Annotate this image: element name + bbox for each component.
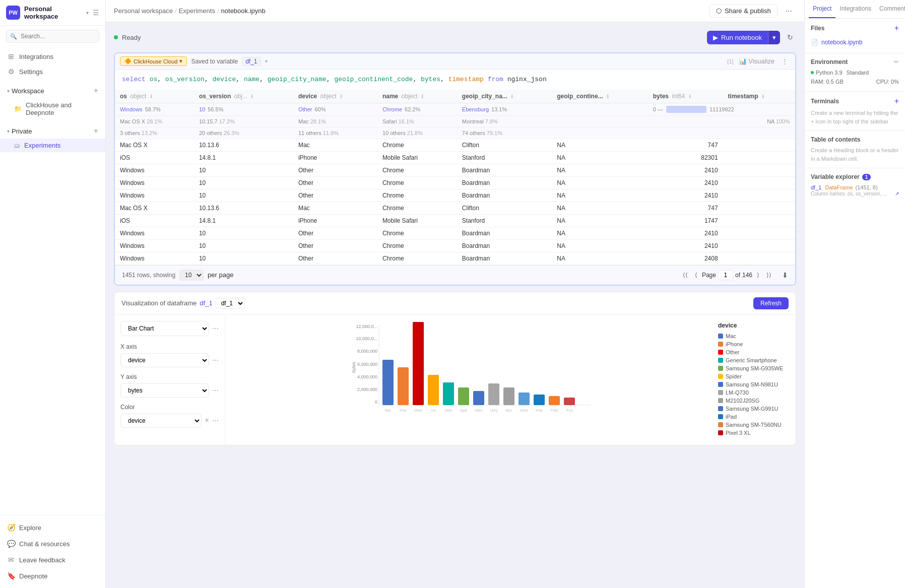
private-add-button[interactable]: + <box>94 126 98 136</box>
cell-timestamp <box>723 164 795 176</box>
tab-comments[interactable]: Comments <box>875 0 905 18</box>
chart-legend: device Mac iPhone Other Generic Smartpho… <box>718 322 789 438</box>
cell-continent: NA <box>552 189 648 202</box>
color-clear-button[interactable]: ✕ <box>205 417 209 424</box>
cell-os-version: 10 <box>194 189 293 202</box>
sidebar-menu-icon[interactable]: ☰ <box>93 9 99 17</box>
status-text: Ready <box>122 34 141 41</box>
share-publish-button[interactable]: ⬡ Share & publish <box>709 4 778 18</box>
run-options-button[interactable]: ▾ <box>768 31 780 44</box>
cell-source-badge: 🔶 ClickHouse Cloud ▾ <box>120 56 187 66</box>
cell-device: Mac <box>293 139 377 151</box>
svg-text:Px3: Px3 <box>566 409 572 412</box>
file-item-notebook[interactable]: 📄 notebook.ipynb <box>811 37 899 48</box>
first-page-button[interactable]: ⟨⟨ <box>680 271 690 280</box>
breadcrumb-personal-workspace[interactable]: Personal workspace <box>114 7 173 15</box>
sidebar-item-settings[interactable]: ⚙ Settings <box>0 64 105 79</box>
chat-icon: 💬 <box>7 540 15 548</box>
col-name-filter[interactable]: ⬇ <box>419 94 425 99</box>
sidebar-item-feedback[interactable]: ✉ Leave feedback <box>0 552 105 568</box>
settings-icon: ⚙ <box>7 68 15 76</box>
sidebar-item-deepnote[interactable]: 🔖 Deepnote <box>0 568 105 584</box>
workspace-chevron-icon[interactable]: ▾ <box>86 10 89 16</box>
legend-color-dot <box>718 406 723 411</box>
search-input[interactable] <box>6 30 99 43</box>
legend-item: Spider <box>718 373 789 379</box>
right-panel-tabs: Project Integrations Comments History <box>805 0 905 19</box>
workspace-label: Workspace <box>12 87 44 95</box>
files-add-button[interactable]: + <box>894 24 899 33</box>
sidebar-item-explore[interactable]: 🧭 Explore <box>0 519 105 536</box>
chart-type-dropdown[interactable]: Bar Chart Line Chart Scatter <box>120 321 209 336</box>
visualize-button[interactable]: 📊 Visualize <box>737 56 777 66</box>
download-button[interactable]: ⬇ <box>782 271 788 279</box>
cell-more-button[interactable]: ⋮ <box>780 56 790 66</box>
sidebar-search-area: 🔍 <box>0 26 105 47</box>
cell-bytes: 747 <box>648 139 723 151</box>
cell-city: Boardman <box>457 189 552 202</box>
col-city-filter[interactable]: ⬇ <box>509 94 515 99</box>
environment-section: Environment ✏ Python 3.9 Standard RAM: 0… <box>805 53 905 92</box>
col-continent-filter[interactable]: ⬇ <box>605 94 611 99</box>
table-row: Windows 10 Other Chrome Boardman NA 2410 <box>115 227 795 239</box>
legend-color-dot <box>718 390 723 395</box>
cell-city: Clifton <box>457 202 552 214</box>
var-chevron-icon: ▾ <box>265 58 268 64</box>
workspace-section-header[interactable]: ▾ Workspace + <box>0 83 105 98</box>
more-options-button[interactable]: ··· <box>782 5 796 18</box>
cell-bytes: 747 <box>648 202 723 214</box>
share-publish-label: Share & publish <box>725 7 771 15</box>
color-label: Color <box>120 404 219 411</box>
x-axis-options-button[interactable]: ⋯ <box>212 356 219 364</box>
results-table: os object ⬇ os_version obj... ⬇ device o… <box>115 90 795 265</box>
workspace-add-button[interactable]: + <box>94 86 98 95</box>
legend-item: Generic Smartphone <box>718 357 789 363</box>
prev-page-button[interactable]: ⟨ <box>692 271 700 280</box>
cell-bytes: 2408 <box>648 252 723 265</box>
page-input[interactable] <box>718 270 733 280</box>
variable-count-badge: 1 <box>862 174 871 180</box>
y-axis-options-button[interactable]: ⋯ <box>212 386 219 394</box>
next-page-button[interactable]: ⟩ <box>754 271 762 280</box>
svg-text:8,000,000: 8,000,000 <box>357 349 377 354</box>
breadcrumb-experiments[interactable]: Experiments <box>179 7 215 15</box>
cell-device: Other <box>293 176 377 189</box>
x-axis-dropdown[interactable]: device os bytes <box>120 353 209 367</box>
private-section-header[interactable]: ▾ Private + <box>0 123 105 139</box>
stat-row-3: 3 others 13.2% 20 others 26.3% 11 others… <box>115 127 795 139</box>
sidebar-item-clickhouse[interactable]: 📁 ClickHouse and Deepnote <box>0 98 105 119</box>
env-standard-label: Standard <box>847 70 869 76</box>
color-options-button[interactable]: ⋯ <box>212 417 219 424</box>
col-os-version-filter[interactable]: ⬇ <box>249 94 255 99</box>
environment-edit-button[interactable]: ✏ <box>894 58 899 66</box>
col-ts-filter[interactable]: ⬇ <box>760 94 766 99</box>
cell-query[interactable]: select os, os_version, device, name, geo… <box>115 70 795 90</box>
sidebar-item-integrations[interactable]: ⊞ Integrations <box>0 49 105 64</box>
color-dropdown[interactable]: device <box>120 414 202 428</box>
viz-var-select[interactable]: df_1 <box>216 298 245 309</box>
tab-integrations[interactable]: Integrations <box>835 0 875 18</box>
var-expand-button[interactable]: ↗ <box>895 191 899 197</box>
status-actions: ▶ Run notebook ▾ ↻ <box>707 30 796 44</box>
svg-text:12,000,0...: 12,000,0... <box>356 324 377 329</box>
run-notebook-button[interactable]: ▶ Run notebook <box>707 31 768 44</box>
chart-options-button[interactable]: ⋯ <box>212 324 219 332</box>
per-page-select[interactable]: 10 25 50 <box>179 270 204 281</box>
col-bytes-filter[interactable]: ⬇ <box>687 94 693 99</box>
viz-refresh-button[interactable]: Refresh <box>753 297 789 309</box>
svg-text:iPad: iPad <box>536 409 543 412</box>
sidebar-item-experiments[interactable]: 🗂 Experiments <box>0 139 105 152</box>
saved-variable-label: Saved to variable <box>191 58 238 65</box>
workspace-section: ▾ Workspace + 📁 ClickHouse and Deepnote <box>0 81 105 121</box>
col-os-filter[interactable]: ⬇ <box>148 94 154 99</box>
tab-project[interactable]: Project <box>809 0 835 18</box>
y-axis-dropdown[interactable]: bytes device os <box>120 383 209 398</box>
feedback-icon: ✉ <box>7 556 15 564</box>
last-page-button[interactable]: ⟩⟩ <box>764 271 774 280</box>
sidebar-item-chat[interactable]: 💬 Chat & resources <box>0 536 105 552</box>
viz-body: Bar Chart Line Chart Scatter ⋯ X axis <box>114 315 796 445</box>
terminals-add-button[interactable]: + <box>894 97 899 106</box>
notebook-refresh-button[interactable]: ↻ <box>784 30 796 44</box>
col-device-filter[interactable]: ⬇ <box>338 94 344 99</box>
terminals-hint: Create a new terminal by hitting the + i… <box>811 109 899 125</box>
